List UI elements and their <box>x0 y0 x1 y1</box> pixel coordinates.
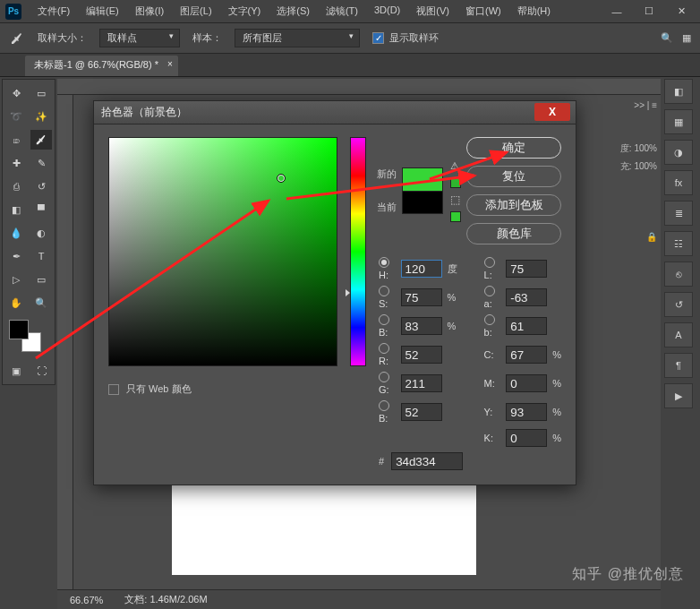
hex-input[interactable] <box>391 452 463 470</box>
m-input[interactable] <box>506 374 547 392</box>
dialog-close-button[interactable]: X <box>534 103 570 121</box>
a-radio[interactable]: a: <box>484 286 501 309</box>
close-icon[interactable]: × <box>167 59 173 69</box>
menu-file[interactable]: 文件(F) <box>30 2 77 21</box>
panel-adjust-icon[interactable]: ◑ <box>664 140 693 165</box>
pen-tool[interactable]: ✒ <box>5 246 27 266</box>
screenmode-tool[interactable]: ⛶ <box>30 361 52 381</box>
sample-select[interactable]: 所有图层 <box>235 29 360 47</box>
marquee-tool[interactable]: ▭ <box>30 83 52 103</box>
document-tab[interactable]: 未标题-1 @ 66.7%(RGB/8) * × <box>25 56 178 76</box>
panel-char-icon[interactable]: A <box>664 322 693 347</box>
move-tool[interactable]: ✥ <box>5 83 27 103</box>
s-radio[interactable]: S: <box>379 286 396 309</box>
stamp-tool[interactable]: ⎙ <box>5 176 27 196</box>
bc-radio[interactable]: B: <box>379 400 396 424</box>
reset-button[interactable]: 复位 <box>466 166 561 187</box>
saturation-value-field[interactable] <box>108 137 337 366</box>
b-input[interactable] <box>401 317 442 335</box>
menu-help[interactable]: 帮助(H) <box>510 2 558 21</box>
blur-tool[interactable]: 💧 <box>5 223 27 243</box>
window-maximize[interactable]: ☐ <box>636 4 662 20</box>
g-input[interactable] <box>401 374 442 392</box>
panel-para-icon[interactable]: ¶ <box>664 353 693 378</box>
web-only-checkbox[interactable]: 只有 Web 颜色 <box>108 382 337 396</box>
status-zoom[interactable]: 66.67% <box>70 595 103 605</box>
path-select-tool[interactable]: ▷ <box>5 270 27 289</box>
panel-color-icon[interactable]: ◧ <box>664 79 693 104</box>
cube-icon[interactable]: ⬚ <box>450 193 461 206</box>
foreground-swatch[interactable] <box>9 320 29 339</box>
eyedropper-icon <box>9 30 25 47</box>
window-minimize[interactable]: — <box>603 4 630 20</box>
collapse-more[interactable]: >> <box>634 100 645 110</box>
panel-history-icon[interactable]: ↺ <box>664 292 693 317</box>
zoom-tool[interactable]: 🔍 <box>30 293 52 313</box>
panel-paths-icon[interactable]: ⎋ <box>664 262 693 287</box>
quickmask-tool[interactable]: ▣ <box>5 361 27 381</box>
window-close[interactable]: ✕ <box>668 4 695 20</box>
gamut-warning-icon[interactable]: ⚠ <box>450 160 461 172</box>
dialog-title: 拾色器（前景色） X <box>94 101 576 124</box>
menu-view[interactable]: 视图(V) <box>409 2 457 21</box>
websafe-swatch[interactable] <box>450 211 461 222</box>
menu-edit[interactable]: 编辑(E) <box>79 2 126 21</box>
menu-type[interactable]: 文字(Y) <box>221 2 269 21</box>
magic-wand-tool[interactable]: ✨ <box>30 107 52 126</box>
h-input[interactable] <box>401 260 442 278</box>
sample-size-select[interactable]: 取样点 <box>99 29 180 47</box>
search-icon[interactable]: 🔍 <box>661 32 673 44</box>
panel-actions-icon[interactable]: ▶ <box>664 383 693 408</box>
shape-tool[interactable]: ▭ <box>30 270 52 289</box>
panel-channels-icon[interactable]: ☷ <box>664 231 693 256</box>
s-input[interactable] <box>401 288 442 306</box>
hue-pointer[interactable] <box>346 289 350 296</box>
r-input[interactable] <box>401 346 442 364</box>
hand-tool[interactable]: ✋ <box>5 293 27 313</box>
ok-button[interactable]: 确定 <box>466 137 561 159</box>
collapsed-panel-stub: >> | ≡ 度: 100% 充: 100% 🔒 <box>585 100 657 242</box>
menu-filter[interactable]: 滤镜(T) <box>319 2 365 21</box>
dodge-tool[interactable]: ◐ <box>30 223 52 243</box>
y-input[interactable] <box>506 403 547 421</box>
add-swatch-button[interactable]: 添加到色板 <box>466 194 561 216</box>
lab-b-input[interactable] <box>506 317 547 335</box>
healing-tool[interactable]: ✚ <box>5 153 27 173</box>
bc-input[interactable] <box>401 403 442 421</box>
b-radio[interactable]: B: <box>379 314 396 338</box>
a-input[interactable] <box>506 288 547 306</box>
r-radio[interactable]: R: <box>379 343 396 366</box>
c-input[interactable] <box>506 346 547 364</box>
g-radio[interactable]: G: <box>379 372 396 395</box>
panel-swatches-icon[interactable]: ▦ <box>664 109 693 134</box>
menu-window[interactable]: 窗口(W) <box>458 2 508 21</box>
workspace-icon[interactable]: ▦ <box>682 32 691 44</box>
color-library-button[interactable]: 颜色库 <box>466 223 561 244</box>
history-brush-tool[interactable]: ↺ <box>30 176 52 196</box>
eraser-tool[interactable]: ◧ <box>5 200 27 219</box>
panel-layers-icon[interactable]: ≣ <box>664 201 693 226</box>
menu-layer[interactable]: 图层(L) <box>173 2 218 21</box>
l-radio[interactable]: L: <box>484 257 501 280</box>
gradient-tool[interactable]: ▀ <box>30 200 52 219</box>
brush-tool[interactable]: ✎ <box>30 153 52 173</box>
l-input[interactable] <box>506 260 547 278</box>
closest-in-gamut-swatch[interactable] <box>450 177 461 188</box>
lasso-tool[interactable]: ➰ <box>5 107 27 126</box>
y-label: Y: <box>484 407 501 417</box>
h-radio[interactable]: H: <box>379 257 396 280</box>
panel-styles-icon[interactable]: fx <box>664 170 693 195</box>
k-input[interactable] <box>506 429 547 447</box>
color-swatches[interactable] <box>5 316 52 357</box>
collapse-menu[interactable]: ≡ <box>652 100 657 110</box>
hue-slider[interactable] <box>350 137 366 366</box>
menu-3d[interactable]: 3D(D) <box>367 2 407 21</box>
menu-select[interactable]: 选择(S) <box>269 2 317 21</box>
eyedropper-tool[interactable] <box>30 130 52 150</box>
crop-tool[interactable]: ⎄ <box>5 130 27 150</box>
show-sampling-ring[interactable]: ✓ 显示取样环 <box>372 31 439 45</box>
menu-image[interactable]: 图像(I) <box>128 2 171 21</box>
type-tool[interactable]: T <box>30 246 52 266</box>
lab-b-radio[interactable]: b: <box>484 314 501 338</box>
sv-cursor[interactable] <box>277 174 286 183</box>
